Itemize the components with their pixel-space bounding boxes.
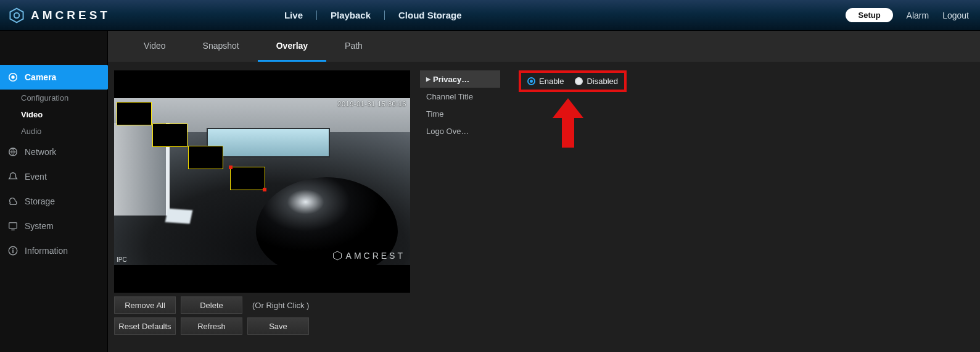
svg-marker-0 — [10, 8, 23, 22]
panel: 2019-01-31 15:30:16 IPC AMCREST Remove A… — [108, 62, 980, 335]
preview-watermark: AMCREST — [332, 251, 405, 261]
event-icon — [7, 171, 19, 182]
annotation-arrow-icon — [553, 98, 583, 148]
radio-circle-icon — [527, 77, 535, 85]
top-right: Setup Alarm Logout — [846, 8, 969, 22]
brand-logo-icon — [9, 7, 25, 23]
svg-point-3 — [11, 75, 14, 78]
nav-logout[interactable]: Logout — [942, 10, 969, 20]
radio-circle-icon — [575, 77, 583, 85]
top-nav: Live Playback Cloud Storage — [271, 10, 476, 20]
sidebar-item-label: Network — [25, 147, 56, 157]
preview-timestamp: 2019-01-31 15:30:16 — [337, 100, 406, 107]
right-click-hint: (Or Right Click ) — [252, 301, 309, 310]
sidebar-item-network[interactable]: Network — [0, 140, 107, 164]
brand: AMCREST — [9, 7, 110, 23]
svg-rect-5 — [9, 223, 17, 228]
privacy-mask[interactable] — [152, 124, 187, 147]
overlay-item-privacy[interactable]: Privacy… — [420, 70, 500, 88]
sidebar-item-label: Event — [25, 172, 47, 182]
sidebar-sub-configuration[interactable]: Configuration — [0, 90, 107, 106]
subtabs: Video Snapshot Overlay Path — [108, 31, 980, 62]
button-row-1: Remove All Delete (Or Right Click ) — [114, 296, 416, 314]
radio-disabled[interactable]: Disabled — [575, 77, 618, 86]
nav-cloud-storage[interactable]: Cloud Storage — [385, 10, 476, 20]
preview-column: 2019-01-31 15:30:16 IPC AMCREST Remove A… — [114, 70, 416, 335]
sidebar-item-information[interactable]: Information — [0, 238, 107, 263]
nav-live[interactable]: Live — [271, 10, 316, 20]
button-row-2: Reset Defaults Refresh Save — [114, 317, 416, 335]
overlay-item-channel-title[interactable]: Channel Title — [420, 88, 500, 105]
svg-point-1 — [14, 12, 19, 17]
enable-disable-group: Enable Disabled — [519, 70, 627, 335]
tab-overlay[interactable]: Overlay — [258, 31, 326, 62]
radio-label: Enable — [539, 77, 564, 86]
sidebar-item-system[interactable]: System — [0, 214, 107, 238]
nav-setup[interactable]: Setup — [846, 8, 892, 22]
sidebar-sub-audio[interactable]: Audio — [0, 123, 107, 140]
video-preview[interactable]: 2019-01-31 15:30:16 IPC AMCREST — [114, 70, 410, 293]
reset-defaults-button[interactable]: Reset Defaults — [114, 317, 176, 335]
sidebar-item-camera[interactable]: Camera — [0, 65, 107, 90]
tab-video[interactable]: Video — [125, 31, 184, 62]
sidebar: Camera Configuration Video Audio Network… — [0, 31, 108, 352]
network-icon — [7, 146, 19, 157]
overlay-list: Privacy… Channel Title Time Logo Ove… — [420, 70, 500, 335]
refresh-button[interactable]: Refresh — [181, 317, 242, 335]
sidebar-item-label: System — [25, 221, 54, 231]
overlay-item-logo[interactable]: Logo Ove… — [420, 122, 500, 140]
storage-icon — [7, 196, 19, 207]
sidebar-item-event[interactable]: Event — [0, 164, 107, 189]
letterbox — [114, 70, 410, 98]
privacy-mask-selected[interactable] — [230, 167, 265, 190]
preview-ipc-label: IPC — [117, 256, 127, 263]
sidebar-item-label: Information — [25, 246, 68, 256]
tab-path[interactable]: Path — [326, 31, 381, 62]
svg-rect-7 — [12, 250, 14, 253]
sidebar-item-label: Camera — [25, 72, 56, 82]
main-area: Camera Configuration Video Audio Network… — [0, 31, 980, 352]
camera-icon — [7, 72, 19, 83]
sidebar-item-storage[interactable]: Storage — [0, 189, 107, 214]
radio-label: Disabled — [587, 77, 618, 86]
brand-name: AMCREST — [31, 9, 110, 22]
nav-alarm[interactable]: Alarm — [907, 10, 929, 20]
sidebar-sub-video[interactable]: Video — [0, 106, 107, 123]
radio-enable[interactable]: Enable — [527, 77, 564, 86]
highlight-box: Enable Disabled — [519, 70, 627, 92]
privacy-mask[interactable] — [188, 146, 223, 169]
svg-marker-9 — [333, 251, 341, 260]
tab-snapshot[interactable]: Snapshot — [184, 31, 258, 62]
letterbox — [114, 265, 410, 293]
nav-playback[interactable]: Playback — [317, 10, 384, 20]
save-button[interactable]: Save — [247, 317, 309, 335]
content: Video Snapshot Overlay Path — [108, 31, 980, 352]
info-icon — [7, 245, 19, 256]
top-bar: AMCREST Live Playback Cloud Storage Setu… — [0, 0, 980, 31]
remove-all-button[interactable]: Remove All — [114, 296, 176, 314]
privacy-mask[interactable] — [117, 102, 152, 125]
delete-button[interactable]: Delete — [181, 296, 242, 314]
overlay-item-time[interactable]: Time — [420, 105, 500, 122]
svg-rect-8 — [12, 248, 14, 249]
sidebar-item-label: Storage — [25, 196, 55, 206]
system-icon — [7, 220, 19, 232]
